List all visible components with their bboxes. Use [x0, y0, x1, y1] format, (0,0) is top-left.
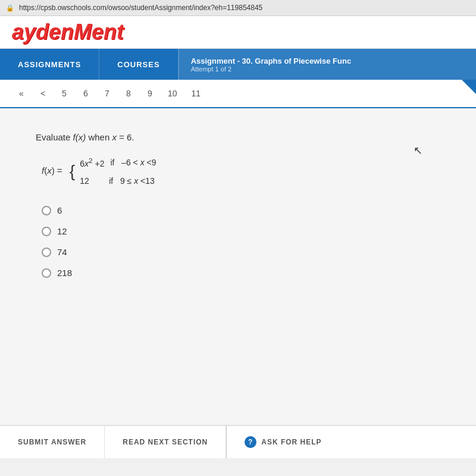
- assignment-info: Assignment - 30. Graphs of Piecewise Fun…: [178, 49, 476, 80]
- browser-bar: 🔒 https://cpsb.owschools.com/owsoo/stude…: [0, 0, 476, 16]
- option-218-label: 218: [57, 268, 72, 278]
- math-fx-label: f(x) =: [42, 165, 62, 176]
- option-12[interactable]: 12: [42, 226, 440, 236]
- ask-for-help-button[interactable]: ? ASK FOR HELP: [227, 426, 339, 458]
- prev-prev-btn[interactable]: «: [12, 84, 31, 103]
- option-12-label: 12: [57, 226, 67, 236]
- courses-nav[interactable]: COURSES: [99, 49, 178, 80]
- help-icon: ?: [245, 436, 256, 448]
- bottom-bar: SUBMIT ANSWER READ NEXT SECTION ? ASK FO…: [0, 425, 476, 458]
- case2-expr: 12: [80, 174, 89, 189]
- option-6[interactable]: 6: [42, 205, 440, 215]
- math-brace: {: [70, 163, 75, 180]
- option-6-label: 6: [57, 205, 62, 215]
- triangle-indicator: [462, 80, 476, 94]
- cursor-icon: ↖: [414, 144, 422, 157]
- assignments-nav[interactable]: ASSIGNMENTS: [0, 49, 99, 80]
- page-7-btn[interactable]: 7: [98, 84, 117, 103]
- radio-6[interactable]: [42, 206, 51, 215]
- submit-answer-button[interactable]: SUBMIT ANSWER: [0, 426, 105, 458]
- pagination-bar: « < 5 6 7 8 9 10 11: [0, 80, 476, 108]
- ask-help-label: ASK FOR HELP: [261, 438, 321, 446]
- logo-area: aydenMent: [0, 16, 476, 49]
- page-8-btn[interactable]: 8: [119, 84, 138, 103]
- fx-variable: f(x): [73, 132, 86, 142]
- assignment-attempt: Attempt 1 of 2: [191, 65, 464, 73]
- page-10-btn[interactable]: 10: [162, 84, 183, 103]
- nav-bar: ASSIGNMENTS COURSES Assignment - 30. Gra…: [0, 49, 476, 80]
- read-next-button[interactable]: READ NEXT SECTION: [105, 426, 226, 458]
- math-cases: 6x2 +2 if –6 < x <9 12 if 9 ≤ x <13: [80, 154, 156, 189]
- assignment-title: Assignment - 30. Graphs of Piecewise Fun…: [191, 57, 464, 65]
- page-6-btn[interactable]: 6: [76, 84, 95, 103]
- lock-icon: 🔒: [6, 4, 14, 12]
- case1-cond: if –6 < x <9: [110, 155, 156, 170]
- prev-btn[interactable]: <: [33, 84, 52, 103]
- math-display: f(x) = { 6x2 +2 if –6 < x <9 12 if 9 ≤ x…: [42, 154, 440, 189]
- option-218[interactable]: 218: [42, 268, 440, 278]
- logo-text: aydenMent: [12, 20, 124, 45]
- case1-expr: 6x2 +2: [80, 154, 104, 171]
- radio-12[interactable]: [42, 227, 51, 236]
- options-list: 6 12 74 218: [42, 205, 440, 278]
- math-case-1: 6x2 +2 if –6 < x <9: [80, 154, 156, 171]
- x-value: x: [112, 132, 117, 142]
- page-11-btn[interactable]: 11: [186, 84, 207, 103]
- option-74-label: 74: [57, 247, 67, 257]
- bottom-actions: SUBMIT ANSWER READ NEXT SECTION ? ASK FO…: [0, 426, 476, 458]
- case2-cond: if 9 ≤ x <13: [95, 174, 155, 189]
- page-9-btn[interactable]: 9: [140, 84, 159, 103]
- option-74[interactable]: 74: [42, 247, 440, 257]
- radio-74[interactable]: [42, 248, 51, 257]
- radio-218[interactable]: [42, 268, 51, 278]
- math-case-2: 12 if 9 ≤ x <13: [80, 174, 156, 189]
- question-prompt: Evaluate f(x) when x = 6.: [36, 132, 440, 142]
- url-bar: https://cpsb.owschools.com/owsoo/student…: [19, 4, 262, 12]
- main-content: ↖ Evaluate f(x) when x = 6. f(x) = { 6x2…: [0, 108, 476, 425]
- page-5-btn[interactable]: 5: [55, 84, 74, 103]
